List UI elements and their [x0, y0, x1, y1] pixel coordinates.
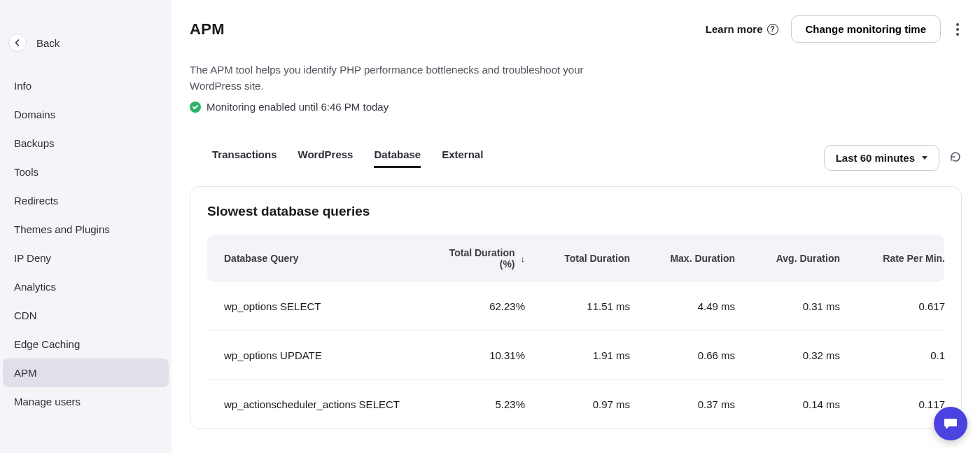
sidebar-item-label: Tools: [14, 166, 38, 178]
chat-icon: [942, 415, 959, 432]
tab-transactions[interactable]: Transactions: [212, 148, 277, 168]
cell-max: 0.66 ms: [630, 349, 735, 361]
th-label: Total Duration (%): [434, 247, 515, 270]
sidebar-item-ip-deny[interactable]: IP Deny: [3, 244, 169, 272]
table-row[interactable]: wp_options SELECT 62.23% 11.51 ms 4.49 m…: [207, 282, 944, 331]
tab-label: Database: [374, 148, 421, 160]
chevron-down-icon: [922, 156, 927, 160]
chat-widget-button[interactable]: [934, 407, 967, 440]
change-monitoring-button[interactable]: Change monitoring time: [791, 15, 941, 43]
tabs: Transactions WordPress Database External: [190, 148, 483, 168]
cell-avg: 0.31 ms: [735, 300, 840, 312]
more-menu-button[interactable]: [953, 20, 962, 39]
time-range-label: Last 60 minutes: [836, 152, 915, 164]
cell-total: 1.91 ms: [525, 349, 630, 361]
sidebar-item-label: IP Deny: [14, 252, 51, 264]
kebab-dot-icon: [956, 33, 959, 36]
sidebar-item-label: Edge Caching: [14, 338, 80, 350]
sidebar-item-manage-users[interactable]: Manage users: [3, 387, 169, 416]
back-label: Back: [36, 37, 59, 49]
cell-max: 0.37 ms: [630, 398, 735, 410]
th-rate[interactable]: Rate Per Min.: [840, 253, 945, 264]
sidebar-nav: Info Domains Backups Tools Redirects The…: [0, 71, 172, 416]
th-total-pct[interactable]: Total Duration (%) ↓: [434, 247, 525, 270]
sidebar-item-tools[interactable]: Tools: [3, 158, 169, 186]
sidebar-item-label: CDN: [14, 309, 37, 321]
tabs-right: Last 60 minutes: [824, 145, 962, 171]
cell-query: wp_options UPDATE: [224, 349, 434, 361]
status-text: Monitoring enabled until 6:46 PM today: [206, 101, 388, 113]
cell-query: wp_options SELECT: [224, 300, 434, 312]
sidebar-item-label: Backups: [14, 137, 55, 149]
cell-query: wp_actionscheduler_actions SELECT: [224, 398, 434, 410]
cell-max: 4.49 ms: [630, 300, 735, 312]
back-button[interactable]: [8, 34, 27, 52]
page-description: The APM tool helps you identify PHP perf…: [190, 62, 596, 94]
tab-database[interactable]: Database: [374, 148, 421, 168]
sidebar-item-info[interactable]: Info: [3, 71, 169, 100]
sidebar-item-backups[interactable]: Backups: [3, 129, 169, 158]
sidebar-item-apm[interactable]: APM: [3, 358, 169, 387]
page-title: APM: [190, 20, 225, 39]
tabs-row: Transactions WordPress Database External…: [190, 145, 962, 171]
sidebar-item-label: Themes and Plugins: [14, 223, 110, 235]
header-actions: Learn more ? Change monitoring time: [706, 15, 962, 43]
cell-rate: 0.617: [840, 300, 945, 312]
sidebar-item-label: Manage users: [14, 396, 80, 407]
cell-total-pct: 10.31%: [434, 349, 525, 361]
time-range-select[interactable]: Last 60 minutes: [824, 145, 939, 171]
kebab-dot-icon: [956, 23, 959, 26]
learn-more-link[interactable]: Learn more ?: [706, 23, 778, 35]
sidebar-item-themes-plugins[interactable]: Themes and Plugins: [3, 215, 169, 244]
cell-total: 0.97 ms: [525, 398, 630, 410]
main-content: APM Learn more ? Change monitoring time …: [172, 0, 980, 453]
check-circle-icon: [190, 102, 201, 113]
cell-total: 11.51 ms: [525, 300, 630, 312]
th-max[interactable]: Max. Duration: [630, 253, 735, 264]
kebab-dot-icon: [956, 28, 959, 31]
sidebar-item-label: Analytics: [14, 281, 56, 293]
th-avg[interactable]: Avg. Duration: [735, 253, 840, 264]
th-query[interactable]: Database Query: [224, 253, 434, 264]
sidebar-item-analytics[interactable]: Analytics: [3, 272, 169, 301]
monitoring-status: Monitoring enabled until 6:46 PM today: [190, 101, 962, 113]
tab-label: Transactions: [212, 148, 277, 160]
sidebar-item-edge-caching[interactable]: Edge Caching: [3, 330, 169, 358]
sidebar-item-cdn[interactable]: CDN: [3, 301, 169, 330]
slowest-queries-card: Slowest database queries Database Query …: [190, 186, 962, 429]
sidebar-item-domains[interactable]: Domains: [3, 100, 169, 129]
cell-rate: 0.117: [840, 398, 945, 410]
table-header: Database Query Total Duration (%) ↓ Tota…: [207, 235, 944, 282]
cell-total-pct: 5.23%: [434, 398, 525, 410]
tab-label: WordPress: [298, 148, 354, 160]
back-row: Back: [0, 0, 172, 71]
refresh-button[interactable]: [949, 151, 962, 166]
tab-wordpress[interactable]: WordPress: [298, 148, 354, 168]
tab-label: External: [442, 148, 483, 160]
sidebar-item-label: Domains: [14, 109, 55, 120]
card-title: Slowest database queries: [207, 204, 944, 219]
th-total[interactable]: Total Duration: [525, 253, 630, 264]
table-row[interactable]: wp_actionscheduler_actions SELECT 5.23% …: [207, 380, 944, 428]
cell-rate: 0.1: [840, 349, 945, 361]
refresh-icon: [949, 151, 962, 163]
arrow-left-icon: [13, 39, 22, 47]
table-row[interactable]: wp_options UPDATE 10.31% 1.91 ms 0.66 ms…: [207, 331, 944, 380]
cell-total-pct: 62.23%: [434, 300, 525, 312]
help-icon: ?: [767, 24, 778, 35]
cell-avg: 0.14 ms: [735, 398, 840, 410]
change-monitoring-label: Change monitoring time: [806, 23, 927, 35]
cell-avg: 0.32 ms: [735, 349, 840, 361]
sidebar-item-label: Info: [14, 80, 31, 92]
learn-more-label: Learn more: [706, 23, 763, 35]
sidebar-item-label: APM: [14, 367, 37, 379]
tab-external[interactable]: External: [442, 148, 483, 168]
sidebar: Back Info Domains Backups Tools Redirect…: [0, 0, 172, 453]
page-header: APM Learn more ? Change monitoring time: [190, 15, 962, 43]
sidebar-item-label: Redirects: [14, 195, 58, 207]
sidebar-item-redirects[interactable]: Redirects: [3, 186, 169, 215]
